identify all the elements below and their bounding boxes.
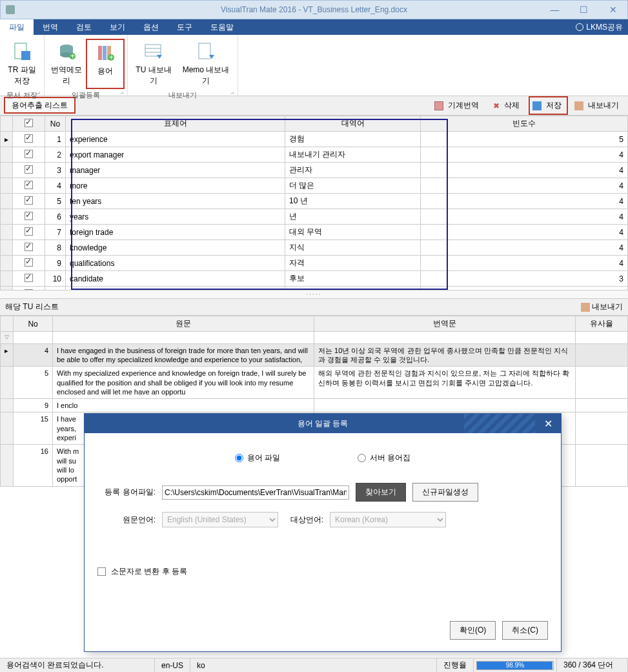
menu-translate[interactable]: 번역 <box>34 19 67 36</box>
col-src[interactable]: 표제어 <box>66 116 285 132</box>
file-path-input[interactable] <box>162 485 349 500</box>
menu-help[interactable]: 도움말 <box>201 19 243 36</box>
col2-sim[interactable]: 유사율 <box>576 316 628 332</box>
status-bar: 용어검색이 완료되었습니다. en-US ko 진행율 98.9% 360 / … <box>0 658 628 672</box>
ribbon-group-save: 문서 저장 <box>3 89 41 100</box>
col-no[interactable]: No <box>45 116 66 132</box>
splitter[interactable]: ····· <box>0 290 628 299</box>
col-tgt[interactable]: 대역어 <box>285 116 421 132</box>
row-checkbox[interactable] <box>25 289 33 290</box>
ribbon-memo-export[interactable]: Memo 내보내기 <box>177 39 235 89</box>
minimize-button[interactable]: — <box>540 1 569 19</box>
maximize-button[interactable]: ☐ <box>569 1 598 19</box>
status-src-lang: en-US <box>155 658 190 672</box>
radio-server-term[interactable]: 서버 용어집 <box>358 453 410 463</box>
toolbar-mt[interactable]: 기계번역 <box>432 97 484 114</box>
new-file-button[interactable]: 신규파일생성 <box>412 483 478 502</box>
title-bar: VisualTran Mate 2016 - VT_Business Lette… <box>0 0 628 19</box>
calendar-icon <box>434 101 443 110</box>
src-lang-label: 원문언어: <box>97 514 156 525</box>
close-button[interactable]: ✕ <box>598 1 627 19</box>
col2-no[interactable]: No <box>14 316 53 332</box>
dialog-title-bar[interactable]: 용어 일괄 등록 ✕ <box>85 414 561 433</box>
row-checkbox[interactable] <box>25 181 33 189</box>
status-tgt-lang: ko <box>190 658 437 672</box>
svg-rect-12 <box>145 45 161 56</box>
dialog-close-button[interactable]: ✕ <box>535 418 561 430</box>
menu-options[interactable]: 옵션 <box>134 19 168 36</box>
table-row[interactable]: 10candidate후보3 <box>1 271 628 287</box>
toolbar-export[interactable]: 내보내기 <box>572 97 624 114</box>
row-checkbox[interactable] <box>25 196 33 205</box>
table-row[interactable]: ▸ 4I have engaged in the business of for… <box>1 343 628 367</box>
books-icon: + <box>95 43 116 63</box>
menu-review[interactable]: 검토 <box>67 19 101 36</box>
app-logo-icon <box>6 5 15 14</box>
progress-bar: 98.9% <box>476 661 554 670</box>
row-checkbox[interactable] <box>25 274 33 282</box>
checkbox-header[interactable] <box>25 119 33 127</box>
toolbar-save[interactable]: 저장 <box>529 96 568 115</box>
col-check[interactable] <box>13 116 45 132</box>
radio-term-file[interactable]: 용어 파일 <box>235 453 280 463</box>
lkms-share[interactable]: LKMS공유 <box>586 22 623 33</box>
ribbon-term-register[interactable]: + 용어 <box>86 39 125 89</box>
term-grid-wrap: No 표제어 대역어 빈도수 ▸ 1experience경험5 2export … <box>0 116 628 290</box>
table-row[interactable]: 8knowledge지식4 <box>1 240 628 256</box>
database-icon: + <box>56 41 77 62</box>
export-memo-icon <box>196 41 216 62</box>
menu-file[interactable]: 파일 <box>0 19 34 36</box>
tu-list-export[interactable]: 내보내기 <box>581 301 623 312</box>
table-row[interactable]: 6years년4 <box>1 209 628 225</box>
toolbar-delete[interactable]: ✖삭제 <box>488 97 525 114</box>
table-row[interactable]: 11position위치3 <box>1 287 628 290</box>
table-row[interactable]: 5ten years10 년4 <box>1 194 628 209</box>
cancel-button[interactable]: 취소(C) <box>502 621 548 640</box>
svg-rect-7 <box>98 46 102 60</box>
row-checkbox[interactable] <box>25 134 33 143</box>
status-word-count: 360 / 364 단어 <box>557 658 628 672</box>
lowercase-label: 소문자로 변환 후 등록 <box>111 566 187 577</box>
ribbon-tm-register[interactable]: + 번역메모리 <box>47 39 86 89</box>
term-grid[interactable]: No 표제어 대역어 빈도수 ▸ 1experience경험5 2export … <box>0 116 628 290</box>
menu-view[interactable]: 보기 <box>101 19 134 36</box>
col-freq[interactable]: 빈도수 <box>421 116 628 132</box>
tu-list-header: 해당 TU 리스트 내보내기 <box>0 299 628 316</box>
export-tu-icon <box>143 41 164 62</box>
table-row[interactable]: ▸ 1experience경험5 <box>1 132 628 147</box>
save-icon <box>532 101 542 110</box>
lowercase-checkbox[interactable] <box>97 567 106 576</box>
row-checkbox[interactable] <box>25 258 33 267</box>
tu-list-title: 해당 TU 리스트 <box>5 301 59 312</box>
row-checkbox[interactable] <box>25 243 33 251</box>
table-row[interactable]: 5With my specialized experience and know… <box>1 367 628 399</box>
row-checkbox[interactable] <box>25 165 33 174</box>
row-checkbox[interactable] <box>25 212 33 220</box>
table-row[interactable]: 4more더 많은4 <box>1 178 628 194</box>
ribbon-tu-export[interactable]: TU 내보내기 <box>130 39 177 89</box>
ribbon-group-batch: 일괄등록 <box>47 89 125 100</box>
src-lang-select: English (United States) <box>162 512 278 527</box>
file-label: 등록 용어파일: <box>97 487 156 498</box>
status-progress-label: 진행율 <box>437 658 474 672</box>
row-checkbox[interactable] <box>25 227 33 236</box>
window-title: VisualTran Mate 2016 - VT_Business Lette… <box>221 5 407 14</box>
svg-text:+: + <box>109 53 114 62</box>
term-batch-register-dialog: 용어 일괄 등록 ✕ 용어 파일 서버 용어집 등록 용어파일: 찾아보기 신규… <box>84 413 562 652</box>
col2-tgt[interactable]: 번역문 <box>314 316 576 332</box>
table-row[interactable]: 9qualifications자격4 <box>1 256 628 271</box>
table-row[interactable]: 7foreign trade대외 무역4 <box>1 225 628 240</box>
row-checkbox[interactable] <box>25 150 33 158</box>
tgt-lang-label: 대상언어: <box>285 514 323 525</box>
delete-icon: ✖ <box>491 101 500 110</box>
svg-text:+: + <box>70 52 75 61</box>
table-row[interactable]: 9I enclo <box>1 399 628 412</box>
menu-tools[interactable]: 도구 <box>168 19 201 36</box>
export-icon <box>581 303 590 312</box>
ok-button[interactable]: 확인(O) <box>450 621 496 640</box>
table-row[interactable]: 3manager관리자4 <box>1 163 628 178</box>
browse-button[interactable]: 찾아보기 <box>356 483 406 502</box>
ribbon-save-tr[interactable]: TR 파일 저장 <box>3 39 41 89</box>
col2-src[interactable]: 원문 <box>53 316 314 332</box>
table-row[interactable]: 2export manager내보내기 관리자4 <box>1 147 628 163</box>
